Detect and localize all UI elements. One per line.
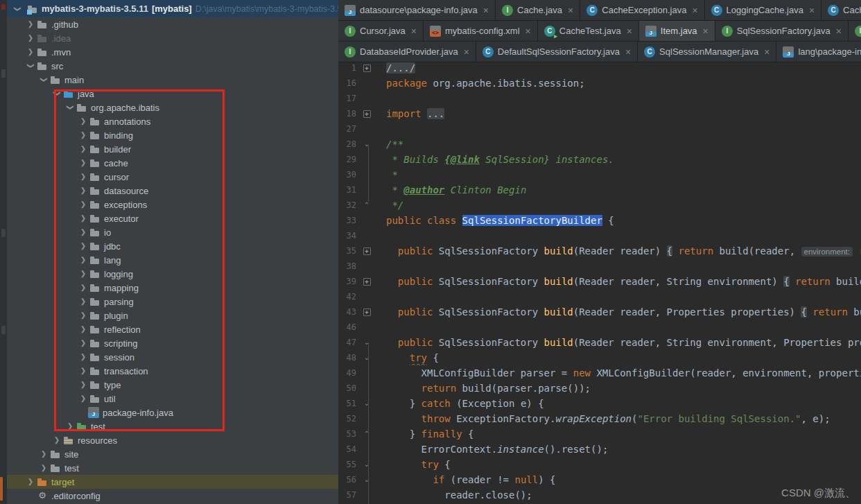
code-text[interactable]: public SqlSessionFactory build(Reader re… [377, 243, 861, 259]
chevron-right-icon[interactable]: ❯ [78, 215, 88, 222]
tab-LoggingCache.java[interactable]: CLoggingCache.java× [705, 0, 822, 20]
tree-item-datasource[interactable]: ❯datasource [7, 184, 338, 198]
chevron-right-icon[interactable]: ❯ [78, 257, 88, 263]
line-number[interactable]: 30 [338, 170, 356, 180]
tree-item-resources[interactable]: ❯resources [7, 433, 338, 447]
line-number[interactable]: 46 [338, 322, 356, 332]
close-icon[interactable]: × [703, 26, 708, 37]
tree-item-test[interactable]: ❯test [7, 461, 338, 475]
chevron-right-icon[interactable]: ❯ [78, 132, 88, 139]
tree-item-.editorconfig[interactable]: ⚙.editorconfig [7, 489, 338, 503]
fold-gutter[interactable]: + [356, 110, 377, 118]
chevron-right-icon[interactable]: ❯ [26, 35, 35, 42]
chevron-right-icon[interactable]: ❯ [26, 21, 35, 28]
code-text[interactable]: public SqlSessionFactory build(Reader re… [377, 335, 861, 350]
chevron-right-icon[interactable]: ❯ [78, 173, 88, 180]
line-number[interactable]: 56 [338, 475, 356, 485]
close-icon[interactable]: × [692, 5, 697, 16]
code-text[interactable]: public SqlSessionFactory build(Reader re… [377, 304, 861, 320]
code-text[interactable]: try { [377, 457, 861, 472]
code-text[interactable]: ErrorContext.instance().reset(); [377, 442, 861, 457]
fold-gutter[interactable]: ⌄ [356, 476, 377, 483]
line-number[interactable]: 38 [338, 261, 356, 271]
chevron-right-icon[interactable]: ❯ [65, 423, 75, 430]
chevron-right-icon[interactable]: ❯ [78, 367, 88, 374]
line-number[interactable]: 54 [338, 444, 356, 454]
fold-gutter[interactable]: + [356, 64, 377, 72]
tab-lang-package-info.jav[interactable]: Jlang\package-info.jav [776, 42, 861, 62]
chevron-right-icon[interactable]: ❯ [52, 437, 62, 444]
chevron-down-icon[interactable]: ❯ [67, 103, 73, 112]
code-text[interactable]: * [377, 167, 861, 182]
line-number[interactable]: 16 [338, 78, 356, 88]
fold-gutter[interactable]: ⌃ [356, 431, 377, 437]
tab-SqlSessionFactory.java[interactable]: ISqlSessionFactory.java× [715, 21, 849, 41]
close-icon[interactable]: × [809, 5, 815, 16]
tree-item-org.apache.ibatis[interactable]: ❯org.apache.ibatis [7, 101, 338, 114]
close-icon[interactable]: × [627, 26, 632, 37]
fold-gutter[interactable]: ⌄ [356, 141, 377, 148]
tree-item-session[interactable]: ❯session [7, 350, 338, 364]
close-icon[interactable]: × [764, 46, 769, 58]
code-text[interactable]: * @author Clinton Begin [377, 182, 861, 198]
code-text[interactable]: } finally { [377, 426, 861, 442]
chevron-right-icon[interactable]: ❯ [78, 270, 88, 277]
fold-plus-icon[interactable]: + [363, 309, 371, 316]
tab-Item.java[interactable]: JItem.java× [639, 21, 715, 41]
tree-item-binding[interactable]: ❯binding [7, 128, 338, 142]
code-text[interactable]: public SqlSessionFactory build(Reader re… [377, 274, 861, 289]
code-text[interactable]: if (reader != null) { [377, 472, 861, 487]
line-number[interactable]: 52 [338, 414, 356, 424]
tree-item-annotations[interactable]: ❯annotations [7, 114, 338, 128]
tree-item-main[interactable]: ❯main [7, 73, 338, 87]
tree-item-test[interactable]: ❯test [7, 419, 338, 433]
tree-item-scripting[interactable]: ❯scripting [7, 336, 338, 350]
chevron-right-icon[interactable]: ❯ [39, 464, 49, 471]
chevron-right-icon[interactable]: ❯ [78, 340, 88, 347]
tree-item-mapping[interactable]: ❯mapping [7, 281, 338, 295]
close-icon[interactable]: × [568, 5, 573, 16]
code-text[interactable]: return build(parser.parse()); [377, 381, 861, 396]
code-editor[interactable]: 1+/.../16package org.apache.ibatis.sessi… [338, 60, 861, 504]
tree-item-.idea[interactable]: ❯.idea [7, 31, 338, 45]
fold-plus-icon[interactable]: + [363, 64, 371, 72]
line-number[interactable]: 42 [338, 292, 356, 302]
tree-item-src[interactable]: ❯src [7, 59, 338, 73]
tab-SqlSessionManager.java[interactable]: CSqlSessionManager.java× [638, 42, 776, 62]
line-number[interactable]: 33 [338, 216, 356, 225]
tree-item-exceptions[interactable]: ❯exceptions [7, 198, 338, 211]
line-number[interactable]: 31 [338, 185, 356, 195]
tab-CacheKey.jav[interactable]: CCacheKey.jav [821, 0, 861, 20]
line-number[interactable]: 53 [338, 429, 356, 439]
chevron-right-icon[interactable]: ❯ [26, 478, 35, 485]
line-number[interactable]: 55 [338, 460, 356, 469]
code-text[interactable]: public class SqlSessionFactoryBuilder { [377, 213, 861, 228]
tab-DefaultSqlSessionFactory.java[interactable]: CDefaultSqlSessionFactory.java× [476, 42, 638, 62]
tree-item-cache[interactable]: ❯cache [7, 156, 338, 170]
chevron-right-icon[interactable]: ❯ [78, 201, 88, 208]
line-number[interactable]: 28 [338, 139, 356, 149]
close-icon[interactable]: × [836, 26, 842, 37]
fold-gutter[interactable]: ⌄ [356, 339, 377, 346]
fold-plus-icon[interactable]: + [363, 247, 371, 255]
tab-datasource-package-info.java[interactable]: Jdatasource\package-info.java× [338, 0, 496, 20]
chevron-right-icon[interactable]: ❯ [78, 326, 88, 333]
tab-DatabaseIdProvider.java[interactable]: IDatabaseIdProvider.java× [338, 42, 476, 62]
tree-item-package-info.java[interactable]: Jpackage-info.java [7, 406, 338, 419]
chevron-right-icon[interactable]: ❯ [78, 159, 88, 166]
code-text[interactable]: /.../ [377, 60, 861, 76]
project-root-row[interactable]: ❯ mybatis-3-mybatis-3.5.11 [mybatis] D:\… [7, 0, 338, 17]
close-icon[interactable]: × [483, 5, 489, 16]
line-number[interactable]: 1 [338, 63, 356, 73]
line-number[interactable]: 43 [338, 307, 356, 317]
code-text[interactable]: throw ExceptionFactory.wrapException("Er… [377, 411, 861, 426]
tree-item-cursor[interactable]: ❯cursor [7, 170, 338, 184]
fold-gutter[interactable]: + [356, 247, 377, 255]
chevron-right-icon[interactable]: ❯ [78, 187, 88, 194]
line-number[interactable]: 29 [338, 155, 356, 164]
chevron-down-icon[interactable]: ❯ [40, 75, 47, 85]
code-text[interactable]: * Builds {@link SqlSession} instances. [377, 152, 861, 167]
tree-item-lang[interactable]: ❯lang [7, 253, 338, 267]
line-number[interactable]: 47 [338, 338, 356, 347]
chevron-right-icon[interactable]: ❯ [78, 118, 88, 125]
